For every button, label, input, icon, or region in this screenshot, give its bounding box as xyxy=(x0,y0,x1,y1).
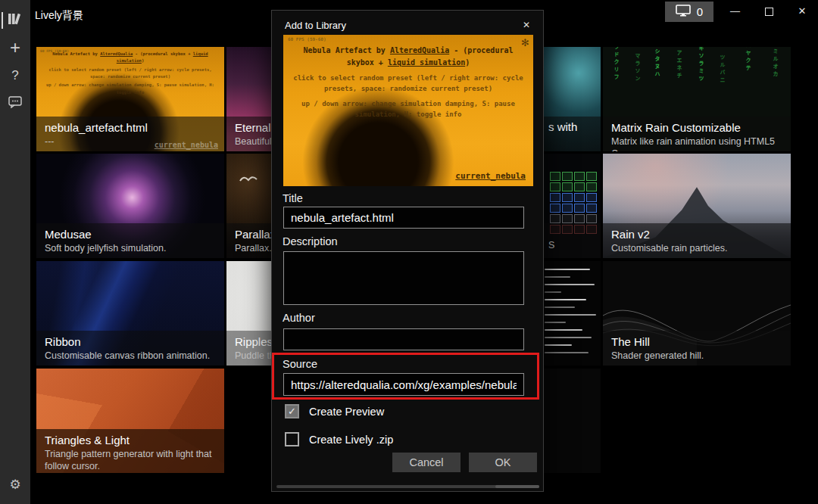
checkbox-icon[interactable]: ✓ xyxy=(285,432,299,446)
author-field-label: Author xyxy=(283,312,315,324)
tile-title: Triangles & Light xyxy=(45,433,216,447)
help-icon: ? xyxy=(11,68,18,83)
dialog-title: Add to Library xyxy=(285,20,346,31)
gear-icon: ⚙ xyxy=(9,477,20,493)
description-input[interactable] xyxy=(283,251,524,305)
tile-subtitle: Soft body jellyfish simulation. xyxy=(45,242,216,254)
wallpaper-tile-medusae[interactable]: Medusae Soft body jellyfish simulation. xyxy=(36,154,224,258)
preview-instructions-1: click to select random preset (left / ri… xyxy=(292,73,524,94)
library-books-icon xyxy=(8,12,23,30)
sidebar: + ? ⚙ xyxy=(0,0,30,504)
sidebar-item-add-wallpaper[interactable]: + xyxy=(0,36,30,60)
check-icon: ✓ xyxy=(288,406,296,417)
display-count: 0 xyxy=(697,5,703,18)
tile-subtitle: Triangle pattern generator with light th… xyxy=(45,448,216,472)
tile-title: Rain v2 xyxy=(611,227,782,241)
bird-silhouette-icon xyxy=(239,173,258,187)
add-to-library-dialog: Add to Library ✕ 60 FPS (59-60) ✻ Nebula… xyxy=(271,10,544,492)
sidebar-item-help[interactable]: ? xyxy=(0,64,30,88)
close-icon: ✕ xyxy=(523,20,530,30)
tile-title: Matrix Rain Customizable xyxy=(611,120,782,135)
tile-subtitle: Customisable canvas ribbon animation. xyxy=(45,350,216,362)
tile-title: nebula_artefact.html xyxy=(45,120,216,135)
description-field-label: Description xyxy=(283,235,338,247)
tile-title: Medusae xyxy=(45,227,216,241)
chat-bubble-icon xyxy=(8,95,22,112)
wallpaper-tile-the-hill[interactable]: The Hill Shader generated hill. xyxy=(603,261,791,366)
preview-heading: Nebula Artefact by AlteredQualia - (proc… xyxy=(294,45,523,68)
app-window: Lively背景 0 — ✕ + ? ⚙ 60 FPS (59-60) Nebu… xyxy=(0,0,818,504)
maximize-icon xyxy=(765,8,773,16)
source-input[interactable] xyxy=(283,373,524,396)
tile-title: The Hill xyxy=(611,334,782,349)
sidebar-item-settings[interactable]: ⚙ xyxy=(0,472,30,496)
wallpaper-tile-rain-v2[interactable]: Rain v2 Customisable rain particles. xyxy=(603,154,791,258)
sidebar-item-library[interactable] xyxy=(0,8,30,33)
minimize-icon: — xyxy=(730,5,740,17)
wallpaper-tile-matrix-rain[interactable]: ラドクリフマラソン ジシタヌハアエネチ キソラミツツルバニ ハヤクテミルオカ M… xyxy=(603,47,791,151)
preview-instructions-2: up / down arrow: change simulation dampi… xyxy=(292,99,524,120)
dialog-horizontal-scrollbar[interactable] xyxy=(276,485,539,488)
maximize-button[interactable] xyxy=(752,0,786,23)
wallpaper-tile-nebula-artefact[interactable]: 60 FPS (59-60) Nebula Artefact by Altere… xyxy=(36,47,224,151)
create-preview-label: Create Preview xyxy=(309,406,384,418)
tile-label-band: Rain v2 Customisable rain particles. xyxy=(603,223,791,258)
tile-label-band: Medusae Soft body jellyfish simulation. xyxy=(36,223,224,258)
tile-corner-label: current_nebula xyxy=(155,141,218,149)
wallpaper-preview: 60 FPS (59-60) ✻ Nebula Artefact by Alte… xyxy=(283,35,533,186)
dialog-close-button[interactable]: ✕ xyxy=(516,16,537,35)
tile-label-band: The Hill Shader generated hill. xyxy=(603,331,791,366)
monitor-icon xyxy=(676,5,691,19)
plus-icon: + xyxy=(10,37,20,58)
title-input[interactable] xyxy=(283,207,524,229)
close-icon: ✕ xyxy=(798,5,807,17)
preview-corner-label: current_nebula xyxy=(455,171,526,181)
cancel-button[interactable]: Cancel xyxy=(392,453,461,472)
tile-label-band: Ribbon Customisable canvas ribbon animat… xyxy=(36,331,224,366)
minimize-button[interactable]: — xyxy=(718,0,752,23)
tile-label-band: Triangles & Light Triangle pattern gener… xyxy=(36,429,224,473)
sidebar-item-feedback[interactable] xyxy=(0,92,30,116)
wallpaper-tile-ribbon[interactable]: Ribbon Customisable canvas ribbon animat… xyxy=(36,261,224,366)
app-title: Lively背景 xyxy=(35,7,83,22)
close-button[interactable]: ✕ xyxy=(786,0,818,23)
tile-title-fragment: s with xyxy=(548,120,577,133)
ok-button[interactable]: OK xyxy=(469,453,537,472)
light-streaks xyxy=(545,263,601,359)
snowflake-icon: ✻ xyxy=(521,37,529,48)
nebula-overlay-text: 60 FPS (59-60) Nebula Artefact by Altere… xyxy=(36,49,224,96)
create-zip-checkbox-row[interactable]: ✓ Create Lively .zip xyxy=(285,432,393,446)
create-preview-checkbox-row[interactable]: ✓ Create Preview xyxy=(285,404,384,418)
tile-label-band: nebula_artefact.html --- current_nebula xyxy=(36,117,224,151)
tile-subtitle: Shader generated hill. xyxy=(611,350,782,362)
title-field-label: Title xyxy=(283,192,303,204)
tile-subtitle-fragment: S xyxy=(548,240,554,250)
scrollbar-thumb[interactable] xyxy=(495,485,539,488)
author-input[interactable] xyxy=(283,328,524,350)
checkbox-icon[interactable]: ✓ xyxy=(285,404,299,418)
source-field-label: Source xyxy=(283,358,317,370)
fps-counter: 60 FPS (59-60) xyxy=(288,36,326,42)
wallpaper-tile-triangles-light[interactable]: Triangles & Light Triangle pattern gener… xyxy=(36,369,224,473)
tile-title: Ribbon xyxy=(45,334,216,349)
check-icon: ✓ xyxy=(288,434,296,445)
tile-label-band: Matrix Rain Customizable Matrix like rai… xyxy=(603,117,791,151)
tile-subtitle: Customisable rain particles. xyxy=(611,242,782,254)
create-zip-label: Create Lively .zip xyxy=(309,434,393,446)
display-select-button[interactable]: 0 xyxy=(665,2,713,22)
tile-subtitle: Matrix like rain animation using HTML5 C… xyxy=(611,135,782,151)
